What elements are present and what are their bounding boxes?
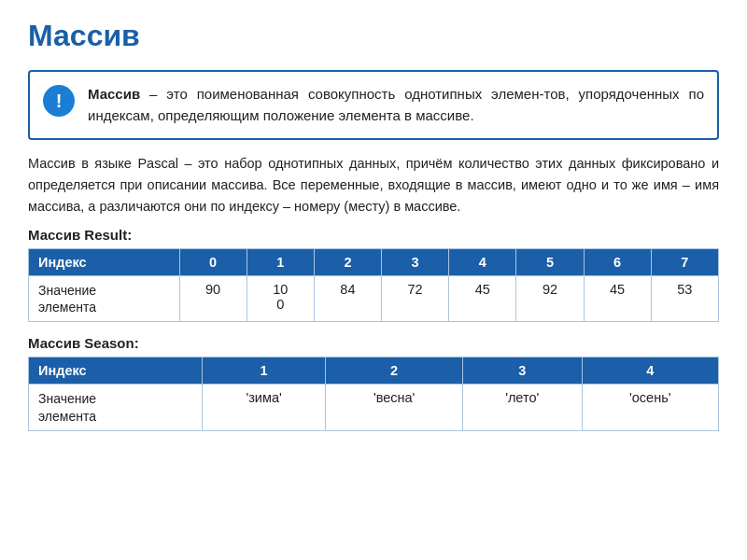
table-row: Значениеэлемента 90 100 84 72 45 92 45 5… [29,276,719,322]
col-index: Индекс [29,357,203,385]
col-4: 4 [449,249,516,276]
cell-5: 92 [516,276,584,322]
cell-0: 90 [179,276,247,322]
page-title: Массив [28,19,719,53]
cell-leto: 'лето' [462,385,582,430]
table-result: Индекс 0 1 2 3 4 5 6 7 Значениеэлемента … [28,248,719,322]
col-0: 0 [179,249,247,276]
main-paragraph: Массив в языке Pascal – это набор одноти… [28,153,719,218]
col-4: 4 [582,357,718,385]
col-index: Индекс [29,249,180,276]
col-6: 6 [584,249,651,276]
cell-4: 45 [449,276,516,322]
cell-zima: 'зима' [202,385,326,430]
row-label: Значениеэлемента [29,276,180,322]
info-bold: Массив [88,86,140,102]
cell-6: 45 [584,276,651,322]
col-1: 1 [247,249,314,276]
cell-7: 53 [651,276,718,322]
col-5: 5 [516,249,584,276]
cell-3: 72 [382,276,449,322]
info-box: ! Массив – это поименованная совокупност… [28,70,719,140]
col-3: 3 [462,357,582,385]
cell-1: 100 [247,276,314,322]
table-season-header-row: Индекс 1 2 3 4 [29,357,719,385]
col-3: 3 [382,249,449,276]
row-label: Значениеэлемента [29,385,203,430]
cell-osen: 'осень' [582,385,718,430]
col-2: 2 [326,357,462,385]
table2-label: Массив Season: [28,335,719,351]
col-2: 2 [314,249,381,276]
col-7: 7 [651,249,718,276]
col-1: 1 [202,357,326,385]
table1-label: Массив Result: [28,227,719,243]
info-box-text: Массив – это поименованная совокупность … [88,83,704,127]
cell-vesna: 'весна' [326,385,462,430]
info-icon: ! [43,85,75,117]
cell-2: 84 [314,276,381,322]
table-result-header-row: Индекс 0 1 2 3 4 5 6 7 [29,249,719,276]
table-season: Индекс 1 2 3 4 Значениеэлемента 'зима' '… [28,357,719,430]
table-row: Значениеэлемента 'зима' 'весна' 'лето' '… [29,385,719,430]
